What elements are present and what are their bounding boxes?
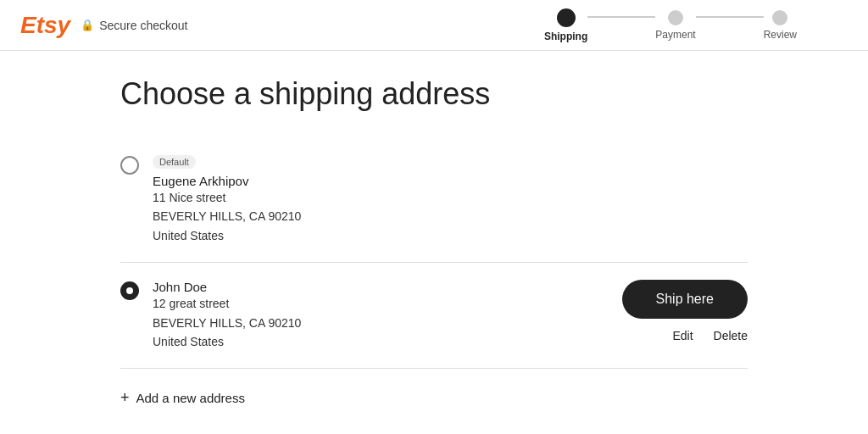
etsy-logo: Etsy (20, 12, 70, 39)
edit-button[interactable]: Edit (672, 329, 693, 342)
address-country-2: United States (153, 332, 592, 351)
address-card-2: John Doe 12 great street BEVERLY HILLS, … (120, 263, 748, 369)
address-country-1: United States (153, 226, 748, 245)
address-card-1: Default Eugene Arkhipov 11 Nice street B… (120, 137, 748, 263)
add-address-row[interactable]: + Add a new address (120, 369, 748, 427)
step-label-shipping: Shipping (544, 31, 587, 42)
main-content: Choose a shipping address Default Eugene… (103, 51, 765, 434)
add-address-label: Add a new address (136, 391, 245, 405)
ship-here-button[interactable]: Ship here (622, 280, 748, 319)
plus-icon: + (120, 389, 130, 407)
address-name-1: Eugene Arkhipov (153, 174, 748, 188)
address-street-2: 12 great street (153, 294, 592, 313)
address-info-1: Default Eugene Arkhipov 11 Nice street B… (153, 154, 748, 245)
edit-delete-actions: Edit Delete (672, 329, 748, 342)
address-street-1: 11 Nice street (153, 188, 748, 207)
address-info-2: John Doe 12 great street BEVERLY HILLS, … (153, 280, 592, 351)
step-dot-review (772, 10, 787, 25)
step-dot-shipping (557, 8, 576, 27)
step-review: Review (764, 10, 797, 41)
step-line-1 (587, 16, 655, 18)
step-shipping: Shipping (544, 8, 587, 42)
header: Etsy 🔒 Secure checkout Shipping Payment … (0, 0, 868, 51)
address-radio-1[interactable] (120, 156, 139, 175)
lock-icon: 🔒 (81, 19, 94, 31)
default-badge: Default (153, 155, 196, 169)
step-label-review: Review (764, 29, 797, 41)
address-city-2: BEVERLY HILLS, CA 90210 (153, 314, 592, 332)
address-radio-2[interactable] (120, 281, 139, 300)
delete-button[interactable]: Delete (714, 329, 748, 342)
secure-checkout: 🔒 Secure checkout (81, 19, 187, 32)
address-name-2: John Doe (153, 280, 592, 294)
progress-steps: Shipping Payment Review (544, 8, 797, 42)
address-city-1: BEVERLY HILLS, CA 90210 (153, 207, 748, 225)
step-dot-payment (668, 10, 683, 25)
address-actions-2: Ship here Edit Delete (622, 280, 748, 342)
step-line-2 (696, 16, 764, 18)
step-payment: Payment (655, 10, 695, 41)
step-label-payment: Payment (655, 29, 695, 41)
page-title: Choose a shipping address (120, 76, 748, 112)
header-left: Etsy 🔒 Secure checkout (20, 12, 187, 39)
secure-checkout-label: Secure checkout (99, 19, 187, 32)
